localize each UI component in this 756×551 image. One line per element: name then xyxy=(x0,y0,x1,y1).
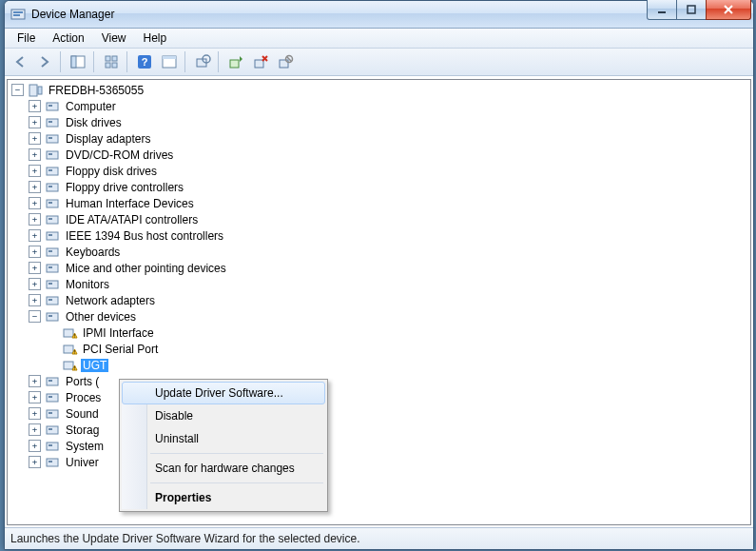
expander-icon[interactable]: + xyxy=(29,294,41,306)
expander-icon[interactable]: + xyxy=(29,213,41,226)
context-menu-item[interactable]: Uninstall xyxy=(122,427,325,450)
tree-item-label: IPMI Interface xyxy=(81,326,156,340)
update-driver-button[interactable] xyxy=(224,50,247,73)
context-menu-item[interactable]: Properties xyxy=(122,486,325,509)
expander-icon[interactable]: + xyxy=(29,262,41,274)
expander-icon[interactable]: + xyxy=(29,116,41,128)
tree-category-item[interactable]: +IEEE 1394 Bus host controllers xyxy=(29,227,750,244)
expander-icon[interactable]: + xyxy=(29,165,41,177)
toolbar-separator xyxy=(218,51,221,72)
category-icon xyxy=(45,180,60,195)
expander-icon[interactable]: − xyxy=(11,84,24,96)
svg-rect-38 xyxy=(48,218,52,220)
tree-category-item[interactable]: +Disk drives xyxy=(29,114,750,130)
toolbar-separator xyxy=(184,51,187,72)
tree-item-label: Mice and other pointing devices xyxy=(64,262,228,275)
forward-button[interactable] xyxy=(33,50,56,73)
toolbar: ? xyxy=(5,49,753,76)
properties-grid-button[interactable] xyxy=(100,50,123,73)
tree-category-item[interactable]: +Computer xyxy=(29,98,750,114)
device-tree[interactable]: −FREDBH-5365055+Computer+Disk drives+Dis… xyxy=(7,79,751,525)
category-icon xyxy=(45,228,60,244)
tree-category-item[interactable]: +Keyboards xyxy=(29,244,750,260)
disable-button[interactable] xyxy=(274,50,297,73)
svg-rect-28 xyxy=(48,137,52,139)
expander-icon[interactable]: + xyxy=(29,440,41,452)
menu-file[interactable]: File xyxy=(9,30,44,47)
svg-rect-62 xyxy=(48,412,52,414)
scan-hardware-button[interactable] xyxy=(191,50,214,73)
titlebar[interactable]: Device Manager xyxy=(5,1,753,29)
unknown-device-icon: ! xyxy=(62,358,77,373)
expander-icon[interactable]: + xyxy=(29,246,41,258)
tree-category-item[interactable]: +Floppy drive controllers xyxy=(29,179,750,195)
maximize-button[interactable] xyxy=(676,0,707,20)
help-icon: ? xyxy=(137,54,152,69)
svg-rect-10 xyxy=(112,63,117,68)
app-icon xyxy=(10,7,26,22)
back-button[interactable] xyxy=(9,50,31,73)
svg-rect-32 xyxy=(48,169,52,171)
uninstall-icon xyxy=(253,54,268,69)
svg-rect-50 xyxy=(48,315,52,317)
unknown-device-icon: ! xyxy=(62,325,77,341)
expander-icon[interactable]: + xyxy=(29,375,41,387)
properties-button[interactable] xyxy=(158,50,181,73)
tree-device-item[interactable]: !PCI Serial Port xyxy=(46,341,750,357)
tree-category-item[interactable]: +Human Interface Devices xyxy=(29,195,750,211)
expander-icon[interactable]: + xyxy=(29,456,41,468)
tree-category-item[interactable]: −Other devices xyxy=(29,308,750,325)
tree-item-label: IEEE 1394 Bus host controllers xyxy=(64,229,225,243)
expander-icon[interactable]: + xyxy=(29,181,41,193)
context-menu-item[interactable]: Scan for hardware changes xyxy=(122,457,325,480)
expander-icon[interactable]: + xyxy=(29,278,41,290)
expander-icon[interactable]: + xyxy=(29,100,41,112)
window-buttons xyxy=(648,0,751,20)
tree-category-item[interactable]: +DVD/CD-ROM drives xyxy=(29,147,750,163)
svg-text:?: ? xyxy=(142,56,148,68)
expander-icon[interactable]: + xyxy=(29,423,41,436)
tree-category-item[interactable]: +Mice and other pointing devices xyxy=(29,260,750,276)
tree-device-item[interactable]: !IPMI Interface xyxy=(46,325,750,341)
tree-category-item[interactable]: +Monitors xyxy=(29,276,750,292)
context-menu-item[interactable]: Update Driver Software... xyxy=(122,382,325,404)
minimize-button[interactable] xyxy=(647,0,677,20)
expander-icon[interactable]: + xyxy=(29,132,41,145)
close-button[interactable] xyxy=(706,0,751,20)
expander-icon[interactable]: + xyxy=(29,229,41,242)
show-hide-tree-button[interactable] xyxy=(67,50,89,73)
toolbar-separator xyxy=(126,51,129,72)
svg-rect-40 xyxy=(48,234,52,236)
properties-icon xyxy=(162,54,177,69)
help-button[interactable]: ? xyxy=(133,50,156,73)
svg-rect-14 xyxy=(163,56,176,59)
arrow-left-icon xyxy=(12,54,28,69)
tree-category-item[interactable]: +Floppy disk drives xyxy=(29,163,750,179)
tree-device-item[interactable]: !UGT xyxy=(46,357,750,373)
status-text: Launches the Update Driver Software Wiza… xyxy=(10,532,360,545)
tree-category-item[interactable]: +Display adapters xyxy=(29,130,750,147)
svg-rect-21 xyxy=(29,85,37,96)
menu-view[interactable]: View xyxy=(93,30,135,47)
category-icon xyxy=(45,245,60,260)
tree-root-node[interactable]: −FREDBH-5365055 xyxy=(11,82,750,98)
uninstall-button[interactable] xyxy=(249,50,272,73)
expander-icon[interactable]: − xyxy=(29,310,41,323)
expander-icon[interactable]: + xyxy=(29,148,41,161)
tree-item-label: PCI Serial Port xyxy=(81,343,160,356)
tree-category-item[interactable]: +IDE ATA/ATAPI controllers xyxy=(29,211,750,227)
context-menu-item[interactable]: Disable xyxy=(122,404,325,427)
svg-rect-36 xyxy=(48,202,52,204)
tree-category-item[interactable]: +Network adapters xyxy=(29,292,750,308)
menu-action[interactable]: Action xyxy=(44,30,92,47)
tree-item-label: Human Interface Devices xyxy=(64,197,196,210)
context-menu-separator xyxy=(150,482,323,483)
svg-rect-55 xyxy=(64,362,73,369)
tree-item-label: Floppy drive controllers xyxy=(64,181,185,194)
svg-rect-42 xyxy=(48,250,52,252)
expander-icon[interactable]: + xyxy=(29,407,41,420)
menu-help[interactable]: Help xyxy=(135,30,176,47)
tree-item-label: UGT xyxy=(81,359,108,372)
expander-icon[interactable]: + xyxy=(29,197,41,209)
expander-icon[interactable]: + xyxy=(29,391,41,403)
